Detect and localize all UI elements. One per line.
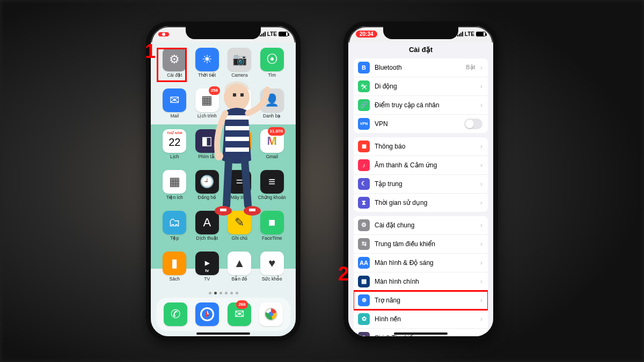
chevron-icon: › — [480, 296, 482, 304]
toggle[interactable] — [464, 119, 482, 129]
app-gmail[interactable]: M11.070Gmail — [256, 129, 289, 165]
chevron-icon: › — [480, 101, 482, 109]
notch — [186, 26, 261, 39]
row-label: Màn hình chính — [375, 278, 475, 285]
app-label: Máy tính — [231, 195, 248, 200]
app-nhà[interactable]: ⌂Nhà — [223, 129, 256, 165]
app-tiện-ích[interactable]: ▦Tiện ích — [158, 170, 191, 205]
row-icon: ◼ — [358, 141, 370, 152]
settings-row-hinh-nen[interactable]: ✿Hình nền› — [354, 310, 488, 329]
carrier-label: LTE — [465, 31, 474, 37]
callout-number-1: 1 — [145, 40, 156, 63]
row-icon: ⚙︎ — [358, 219, 370, 231]
app-label: Lịch trình — [197, 114, 217, 119]
home-indicator[interactable] — [394, 333, 448, 335]
app-label: FaceTime — [262, 236, 282, 241]
app-label: Nhà — [235, 154, 244, 159]
app-icon: ✎ — [228, 211, 251, 234]
settings-row-thoi-gian-su-dung[interactable]: ⧗Thời gian sử dụng› — [354, 194, 488, 212]
app-bản-đồ[interactable]: ▲Bản đồ — [223, 252, 256, 287]
app-camera[interactable]: 📷Camera — [223, 48, 256, 83]
app-tìm[interactable]: ⦿Tìm — [256, 48, 289, 83]
settings-row-vpn[interactable]: VPNVPN — [354, 115, 488, 133]
app-sức-khỏe[interactable]: ♥Sức khỏe — [256, 252, 289, 287]
row-icon: ⧗ — [358, 197, 370, 209]
app-label: Sách — [170, 277, 180, 282]
app-icon: ♥ — [260, 252, 284, 275]
app-ảnh[interactable]: ✿Ảnh — [223, 88, 256, 124]
settings-row-di-ong[interactable]: ⏧Di động› — [354, 77, 488, 96]
settings-row-tap-trung[interactable]: ☾Tập trung› — [354, 175, 488, 194]
app-icon: 👤 — [260, 88, 284, 112]
app-dịch-thuật[interactable]: ADịch thuật — [191, 211, 224, 246]
app-label: Gmail — [266, 154, 278, 159]
app-chứng-khoán[interactable]: ≡Chứng khoán — [256, 170, 289, 205]
phone-settings: 20:34 LTE Cài đặt BBluetoothBật›⏧Di động… — [343, 21, 498, 341]
settings-list[interactable]: BBluetoothBật›⏧Di động›🔗Điểm truy cập cá… — [348, 57, 493, 336]
dock-app-chrome[interactable] — [259, 302, 283, 326]
settings-row-trung-tam-ieu-khien[interactable]: ⇆Trung tâm điều khiển› — [354, 235, 488, 254]
row-icon: ⇆ — [358, 238, 370, 250]
app-danh-bạ[interactable]: 👤Danh bạ — [256, 88, 289, 124]
app-mail[interactable]: ✉︎Mail — [158, 88, 191, 124]
app-phím-tắt[interactable]: ◧Phím tắt — [191, 129, 224, 165]
row-label: Âm thanh & Cảm ứng — [375, 161, 475, 169]
app-lịch-trình[interactable]: ▦258Lịch trình — [191, 88, 224, 124]
dock-app-tin-nhắn[interactable]: ✉266 — [228, 302, 251, 326]
app-icon: ▦ — [163, 170, 186, 194]
app-icon: ▮ — [163, 252, 186, 275]
settings-row-bluetooth[interactable]: BBluetoothBật› — [354, 58, 488, 77]
app-icon: 🗂 — [163, 211, 186, 234]
app-đồng-hồ[interactable]: 🕘Đồng hồ — [191, 170, 224, 205]
settings-row-thong-bao[interactable]: ◼Thông báo› — [354, 137, 488, 156]
row-label: Cài đặt chung — [375, 221, 475, 229]
app-thời-tiết[interactable]: ☀Thời tiết — [191, 48, 224, 83]
app-sách[interactable]: ▮Sách — [158, 252, 191, 287]
settings-group: ⚙︎Cài đặt chung›⇆Trung tâm điều khiển›AA… — [354, 216, 488, 336]
row-label: Bluetooth — [375, 64, 461, 71]
settings-row-am-thanh-cam-ung[interactable]: ♪Âm thanh & Cảm ứng› — [354, 156, 488, 175]
app-label: Tìm — [268, 73, 276, 78]
settings-row-cai-at-chung[interactable]: ⚙︎Cài đặt chung› — [354, 216, 488, 235]
row-icon: ☾ — [358, 178, 370, 190]
badge: 258 — [209, 86, 220, 95]
chevron-icon: › — [480, 198, 482, 206]
app-tệp[interactable]: 🗂Tệp — [158, 211, 191, 246]
time-pill: 20:34 — [356, 31, 377, 38]
app-cài-đặt[interactable]: ⚙︎Cài đặt — [158, 48, 191, 83]
app-icon: ⌂ — [228, 129, 251, 153]
chevron-icon: › — [480, 221, 482, 229]
app-icon: ▲ — [228, 252, 251, 275]
home-indicator[interactable] — [196, 333, 250, 335]
settings-row-man-hinh-o-sang[interactable]: AAMàn hình & Độ sáng› — [354, 254, 488, 272]
app-label: Ảnh — [236, 114, 244, 119]
settings-group: BBluetoothBật›⏧Di động›🔗Điểm truy cập cá… — [354, 58, 488, 133]
app-icon: ≡ — [260, 170, 284, 194]
app-máy-tính[interactable]: =Máy tính — [223, 170, 256, 205]
app-lịch[interactable]: THỨ NĂM22Lịch — [158, 129, 191, 165]
settings-row-man-hinh-chinh[interactable]: ▦Màn hình chính› — [354, 272, 488, 291]
row-label: Điểm truy cập cá nhân — [375, 101, 475, 109]
row-label: Thông báo — [375, 143, 475, 150]
dock-app-điện-thoại[interactable]: ✆ — [164, 302, 187, 326]
app-label: TV — [204, 277, 210, 282]
battery-icon — [476, 32, 486, 36]
app-tv[interactable]: ▶tvTV — [191, 252, 224, 287]
row-icon: B — [358, 62, 370, 73]
app-facetime[interactable]: ■FaceTime — [256, 211, 289, 246]
app-icon: ■ — [260, 211, 284, 234]
row-icon: 🔗 — [358, 99, 370, 111]
chevron-icon: › — [480, 82, 482, 90]
row-label: Tập trung — [375, 180, 475, 188]
app-label: Tiện ích — [166, 195, 183, 200]
status-right: LTE — [457, 31, 486, 37]
settings-row--iem-truy-cap-ca-nhan[interactable]: 🔗Điểm truy cập cá nhân› — [354, 96, 488, 115]
settings-row-tro-nang[interactable]: ⊕Trợ năng› — [354, 291, 488, 310]
row-icon: ◉ — [358, 332, 370, 336]
app-ghi-chú[interactable]: ✎Ghi chú — [223, 211, 256, 246]
phone-homescreen: LTE ⚙︎Cài đặt☀Thời tiết📷Camera⦿Tìm✉︎Mail… — [146, 21, 301, 341]
badge: 11.070 — [268, 127, 285, 136]
app-icon — [195, 302, 219, 326]
chevron-icon: › — [480, 63, 482, 71]
dock-app-safari[interactable] — [195, 302, 219, 326]
